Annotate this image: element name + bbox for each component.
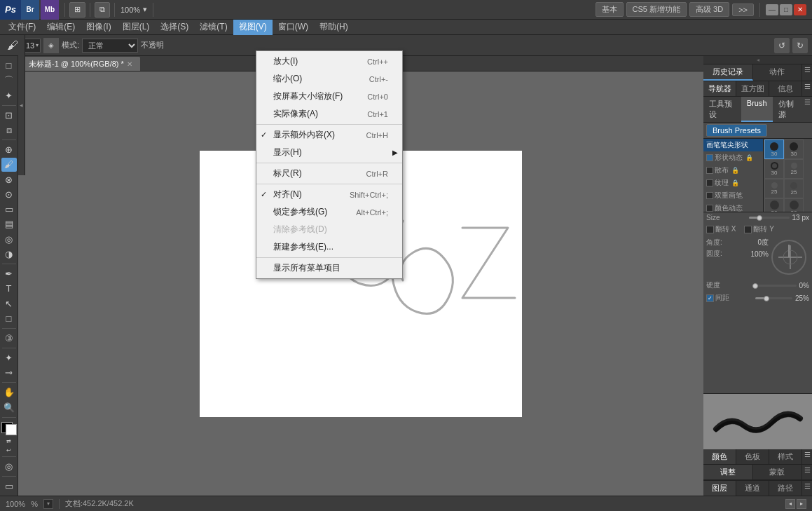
- brush-type-color[interactable]: 颜色动态: [703, 202, 763, 212]
- brush-item-3[interactable]: 30: [764, 159, 784, 179]
- basic-btn[interactable]: 基本: [596, 2, 624, 17]
- statusbar-scroll-left[interactable]: ◂: [785, 499, 795, 509]
- tool-marquee[interactable]: □: [1, 59, 17, 72]
- menu-view[interactable]: 视图(V): [233, 20, 273, 35]
- flip-y-checkbox[interactable]: [744, 226, 752, 233]
- panel-tab-actions[interactable]: 动作: [753, 64, 803, 81]
- close-button[interactable]: ✕: [794, 4, 806, 15]
- layer-tab-layers[interactable]: 图层: [703, 481, 736, 496]
- menu-item-show-all[interactable]: 显示所有菜单项目: [256, 259, 402, 277]
- tool-wand[interactable]: ✦: [1, 89, 17, 102]
- menu-item-zoom-in[interactable]: 放大(I) Ctrl++: [256, 53, 402, 70]
- menu-item-fit-screen[interactable]: 按屏幕大小缩放(F) Ctrl+0: [256, 88, 402, 105]
- zoom-box[interactable]: ▾: [43, 499, 53, 509]
- tool-slice[interactable]: ⧈: [1, 123, 17, 137]
- brush-type-selected[interactable]: 画笔笔尖形状: [703, 139, 763, 151]
- panel-menu-btn-brush[interactable]: ☰: [804, 97, 812, 107]
- tool-lasso[interactable]: ⌒: [1, 74, 17, 87]
- panel-menu-btn-adjust[interactable]: ☰: [802, 465, 812, 475]
- brush-tab-brush[interactable]: Brush: [741, 97, 773, 122]
- menu-help[interactable]: 帮助(H): [314, 20, 354, 35]
- panel-tab-history[interactable]: 历史记录: [703, 64, 753, 81]
- tool-hand[interactable]: ✋: [1, 386, 17, 399]
- size-slider-thumb[interactable]: [757, 215, 762, 221]
- screen-mode[interactable]: ▭: [1, 479, 17, 493]
- tool-eraser[interactable]: ▭: [1, 203, 17, 216]
- tab-swatches[interactable]: 色板: [736, 449, 769, 464]
- default-colors[interactable]: ↩: [6, 447, 11, 454]
- panel-menu-btn-top[interactable]: ☰: [802, 64, 812, 74]
- opt-icon-1[interactable]: ↺: [774, 38, 790, 53]
- panel-subtab-nav[interactable]: 导航器: [703, 81, 736, 96]
- mode-select[interactable]: 正常 溶解 背后: [82, 39, 138, 53]
- tool-spot-heal[interactable]: ⊕: [1, 143, 17, 156]
- menu-item-rulers[interactable]: 标尺(R) Ctrl+R: [256, 165, 402, 182]
- statusbar-scroll-right[interactable]: ▸: [797, 499, 806, 509]
- menu-image[interactable]: 图像(I): [81, 20, 116, 35]
- size-slider[interactable]: [749, 217, 789, 219]
- menu-item-new-guide[interactable]: 新建参考线(E)...: [256, 238, 402, 256]
- minimize-button[interactable]: —: [766, 4, 778, 15]
- brush-type-scatter[interactable]: 散布 🔒: [703, 164, 763, 177]
- flip-x-checkbox[interactable]: [706, 226, 714, 233]
- tab-adjust[interactable]: 调整: [703, 465, 753, 479]
- layer-tab-paths[interactable]: 路径: [769, 481, 802, 496]
- layer-tab-channels[interactable]: 通道: [736, 481, 769, 496]
- menu-item-actual-pixels[interactable]: 实际像素(A) Ctrl+1: [256, 105, 402, 123]
- brush-item-2[interactable]: 30: [784, 139, 804, 159]
- tool-measure[interactable]: ⊸: [1, 366, 17, 379]
- brush-options-btn[interactable]: ◈: [43, 38, 59, 53]
- tool-path-select[interactable]: ↖: [1, 297, 17, 310]
- tool-shape[interactable]: □: [1, 312, 17, 325]
- tab-close-btn[interactable]: ✕: [127, 60, 132, 68]
- menu-item-lock-guides[interactable]: 锁定参考线(G) Alt+Ctrl+;: [256, 203, 402, 221]
- panel-subtab-hist[interactable]: 直方图: [736, 81, 769, 96]
- maximize-button[interactable]: □: [780, 4, 792, 15]
- cs5-new-btn[interactable]: CS5 新增功能: [626, 2, 687, 17]
- tool-eyedrop[interactable]: ✦: [1, 351, 17, 364]
- brush-type-dual[interactable]: 双重画笔: [703, 189, 763, 202]
- spacing-slider[interactable]: [755, 297, 792, 299]
- tool-zoom[interactable]: 🔍: [1, 401, 17, 414]
- tab-mask[interactable]: 蒙版: [753, 465, 803, 479]
- tool-pen[interactable]: ✒: [1, 267, 17, 280]
- angle-circle[interactable]: [771, 240, 806, 275]
- brush-presets-button[interactable]: Brush Presets: [706, 124, 767, 137]
- tool-gradient[interactable]: ▤: [1, 217, 17, 231]
- tool-text[interactable]: T: [1, 282, 17, 295]
- tab-styles[interactable]: 样式: [769, 449, 802, 464]
- tool-blur[interactable]: ◎: [1, 233, 17, 246]
- brush-item-1[interactable]: 30: [764, 139, 784, 159]
- swap-colors[interactable]: ⇄: [6, 438, 11, 444]
- arrange-btn[interactable]: ⧉: [95, 2, 110, 18]
- menu-item-show-extras[interactable]: ✓ 显示额外内容(X) Ctrl+H: [256, 126, 402, 144]
- brush-item-4[interactable]: 25: [784, 159, 804, 179]
- panel-menu-btn-color[interactable]: ☰: [802, 449, 812, 459]
- menu-file[interactable]: 文件(F): [3, 20, 41, 35]
- brush-type-shape-dynamics[interactable]: 形状动态 🔒: [703, 151, 763, 164]
- panel-subtab-info[interactable]: 信息: [769, 81, 802, 96]
- brush-item-6[interactable]: 25: [784, 179, 804, 198]
- tool-crop[interactable]: ⊡: [1, 109, 17, 122]
- menu-edit[interactable]: 编辑(E): [41, 20, 81, 35]
- menu-item-snap[interactable]: ✓ 对齐(N) Shift+Ctrl+;: [256, 186, 402, 203]
- menu-window[interactable]: 窗口(W): [273, 20, 314, 35]
- brush-type-texture[interactable]: 纹理 🔒: [703, 177, 763, 189]
- view-mode-btn[interactable]: ⊞: [69, 2, 85, 18]
- tool-dodge[interactable]: ◑: [1, 247, 17, 261]
- menu-item-show[interactable]: 显示(H) ▶: [256, 144, 402, 161]
- panel-menu-btn-layers[interactable]: ☰: [802, 481, 812, 491]
- opt-icon-2[interactable]: ↻: [792, 38, 808, 53]
- menu-select[interactable]: 选择(S): [155, 20, 194, 35]
- brush-size-control[interactable]: 13 ▾: [24, 39, 41, 53]
- more-btn[interactable]: >>: [732, 4, 754, 16]
- menu-item-zoom-out[interactable]: 缩小(O) Ctrl+-: [256, 70, 402, 88]
- spacing-checkbox[interactable]: ✓: [706, 294, 714, 302]
- tool-brush[interactable]: 🖌: [1, 158, 17, 171]
- tool-mask-mode[interactable]: ◎: [1, 460, 17, 473]
- panel-menu-btn-sub[interactable]: ☰: [802, 81, 812, 91]
- tool-3d[interactable]: ③: [1, 332, 17, 345]
- menu-filter[interactable]: 滤镜(T): [194, 20, 233, 35]
- brush-tab-tool-preset[interactable]: 工具预设: [703, 97, 741, 122]
- brush-item-5[interactable]: 25: [764, 179, 784, 198]
